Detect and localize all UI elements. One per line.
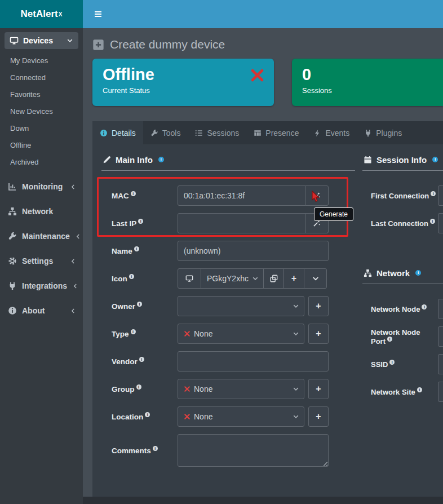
sidebar-item-about[interactable]: About	[0, 298, 83, 323]
tab-sessions[interactable]: Sessions	[188, 121, 246, 144]
add-type-button[interactable]: +	[308, 324, 329, 344]
group-select[interactable]: None	[178, 379, 304, 399]
network-node-input[interactable]	[438, 299, 443, 319]
vendor-label: Vendori	[112, 357, 178, 366]
network-site-row: Network Sitei	[371, 382, 443, 402]
sidebar-item-connected[interactable]: Connected	[0, 69, 83, 86]
tab-details[interactable]: Details	[92, 121, 143, 144]
sidebar-item-monitoring[interactable]: Monitoring	[0, 174, 83, 199]
sidebar-item-settings[interactable]: Settings	[0, 249, 83, 273]
network-icon	[8, 207, 17, 216]
info-icon: i	[432, 157, 438, 162]
tab-events[interactable]: Events	[306, 121, 357, 144]
network-site-input[interactable]	[438, 382, 443, 402]
sidebar-item-integrations[interactable]: Integrations	[0, 273, 83, 298]
network-node-port-input[interactable]	[438, 326, 443, 347]
add-owner-button[interactable]: +	[308, 296, 329, 316]
sidebar-item-label: Monitoring	[22, 182, 63, 191]
sidebar-item-new-devices[interactable]: New Devices	[0, 103, 83, 120]
plus-icon: +	[316, 412, 321, 421]
ssid-row: SSIDi	[371, 354, 443, 374]
add-group-button[interactable]: +	[308, 379, 329, 399]
first-connection-input[interactable]	[438, 185, 443, 206]
generate-mac-button[interactable]	[305, 185, 329, 206]
divider	[101, 170, 355, 171]
brand-sup: X	[59, 11, 63, 17]
location-select[interactable]: None	[178, 406, 304, 427]
page-header: Create dummy device	[92, 35, 443, 54]
sidebar-item-label: About	[22, 306, 45, 315]
icon-select[interactable]: PGkgY2xhc3	[201, 268, 264, 289]
expand-icon-list-button[interactable]	[304, 268, 327, 289]
last-connection-row: Last Connectioni	[371, 213, 443, 233]
type-select-value: None	[194, 329, 289, 338]
info-icon: i	[131, 191, 136, 196]
info-icon: i	[145, 412, 150, 417]
sidebar-item-down[interactable]: Down	[0, 120, 83, 137]
network-icon	[364, 269, 372, 277]
group-label: Groupi	[112, 384, 178, 394]
add-icon-button[interactable]: +	[283, 268, 304, 289]
sidebar-item-archived[interactable]: Archived	[0, 154, 83, 171]
type-select[interactable]: None	[178, 324, 304, 344]
copy-icon-button[interactable]	[263, 268, 284, 289]
network-node-row: Network Nodei	[371, 299, 443, 319]
info-icon: i	[158, 157, 164, 162]
info-icon: i	[431, 191, 436, 196]
wand-icon	[313, 192, 321, 200]
brand-logo[interactable]: NetAlertX	[0, 0, 83, 28]
chevron-left-icon	[70, 184, 76, 190]
sidebar-item-network[interactable]: Network	[0, 199, 83, 224]
gear-icon	[8, 257, 17, 266]
sidebar-item-my-devices[interactable]: My Devices	[0, 52, 83, 69]
vendor-input[interactable]	[178, 351, 329, 372]
network-node-port-label: Network Node Porti	[371, 328, 438, 346]
sidebar-item-favorites[interactable]: Favorites	[0, 86, 83, 103]
chevron-down-icon	[67, 37, 73, 44]
plus-square-icon	[92, 39, 104, 51]
wrench-icon	[150, 129, 158, 137]
section-title: Main Info	[116, 155, 153, 165]
current-status-card[interactable]: Offline Current Status	[92, 59, 274, 106]
comments-textarea[interactable]	[178, 434, 329, 467]
tab-label: Plugins	[376, 129, 402, 138]
sidebar-item-maintenance[interactable]: Maintenance	[0, 224, 83, 249]
info-icon: i	[430, 219, 435, 224]
sidebar-item-devices[interactable]: Devices	[5, 32, 78, 49]
sidebar-item-label: Network	[22, 207, 53, 216]
menu-icon[interactable]	[93, 10, 103, 19]
table-icon	[254, 129, 262, 137]
tab-presence[interactable]: Presence	[246, 121, 306, 144]
last-ip-input[interactable]	[178, 213, 305, 233]
info-icon: i	[131, 329, 136, 334]
name-input[interactable]	[178, 241, 329, 261]
section-title: Network	[376, 268, 410, 278]
chevron-down-icon	[312, 275, 320, 282]
tab-plugins[interactable]: Plugins	[357, 121, 409, 144]
last-ip-label: Last IPi	[112, 219, 178, 228]
sidebar: NetAlertX Devices My Devices Connected F…	[0, 0, 83, 504]
group-field-row: Groupi None +	[112, 379, 355, 399]
chevron-down-icon	[293, 413, 299, 420]
owner-select[interactable]	[178, 296, 304, 316]
x-icon	[184, 386, 191, 392]
add-location-button[interactable]: +	[308, 406, 329, 427]
icon-select-value: PGkgY2xhc3	[207, 274, 249, 283]
plus-icon: +	[291, 274, 296, 283]
tab-tools[interactable]: Tools	[143, 121, 188, 144]
top-navbar	[83, 0, 443, 28]
sidebar-item-label: Devices	[23, 36, 53, 45]
last-connection-input[interactable]	[438, 213, 443, 233]
chart-icon	[8, 182, 17, 191]
plug-icon	[8, 281, 17, 290]
plus-icon: +	[316, 329, 321, 338]
owner-label: Owneri	[112, 302, 178, 311]
sessions-card[interactable]: 0 Sessions	[292, 59, 443, 106]
icon-preview-button[interactable]	[178, 268, 201, 289]
tab-label: Sessions	[207, 129, 239, 138]
sidebar-item-offline[interactable]: Offline	[0, 137, 83, 154]
chevron-left-icon	[75, 233, 81, 240]
sidebar-item-label: Settings	[22, 257, 53, 266]
ssid-input[interactable]	[438, 354, 443, 374]
mac-input[interactable]	[178, 185, 305, 206]
